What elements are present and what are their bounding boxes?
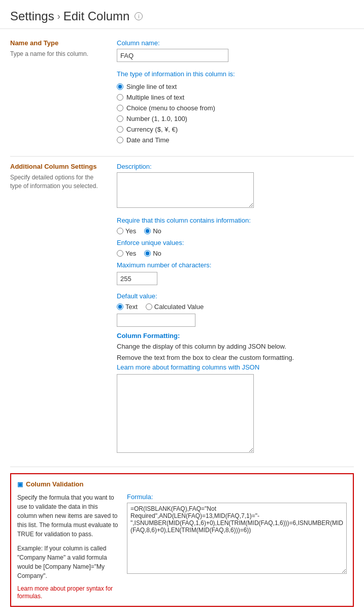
column-validation-box: ▣ Column Validation Specify the formula … xyxy=(10,473,354,607)
default-value-input[interactable] xyxy=(117,314,195,327)
validation-header: ▣ Column Validation xyxy=(17,480,347,488)
column-name-input[interactable] xyxy=(117,49,228,62)
type-single-line-radio[interactable] xyxy=(117,83,123,90)
info-icon[interactable]: i xyxy=(135,12,143,20)
formatting-link[interactable]: Learn more about formatting columns with… xyxy=(117,363,354,371)
default-value-type-group: Text Calculated Value xyxy=(117,303,354,311)
default-value-label: Default value: xyxy=(117,292,354,300)
formatting-textarea[interactable] xyxy=(117,374,254,453)
require-no-radio[interactable] xyxy=(144,228,151,234)
type-question: The type of information in this column i… xyxy=(117,70,354,78)
validation-expand-icon[interactable]: ▣ xyxy=(17,481,23,488)
max-chars-input[interactable] xyxy=(117,272,157,285)
validation-right: Formula: =OR(ISBLANK(FAQ),FAQ="Not Requi… xyxy=(127,493,347,600)
formula-textarea[interactable]: =OR(ISBLANK(FAQ),FAQ="Not Required",AND(… xyxy=(127,503,347,574)
type-datetime[interactable]: Date and Time xyxy=(117,136,354,144)
section-divider-2 xyxy=(10,467,354,467)
name-and-type-content: Column name: The type of information in … xyxy=(117,39,354,144)
enforce-group: Yes No xyxy=(117,250,354,257)
name-and-type-section: Name and Type Type a name for this colum… xyxy=(10,39,354,144)
validation-inner: Specify the formula that you want to use… xyxy=(17,493,347,600)
validation-link[interactable]: Learn more about proper syntax for formu… xyxy=(17,585,113,600)
column-type-group: Single line of text Multiple lines of te… xyxy=(117,83,354,144)
require-no[interactable]: No xyxy=(144,227,161,235)
column-formatting-label: Column Formatting: xyxy=(117,332,354,340)
additional-settings-desc: Specify detailed options for the type of… xyxy=(10,173,107,191)
additional-settings-label: Additional Column Settings xyxy=(10,163,107,170)
name-and-type-label: Name and Type xyxy=(10,39,107,47)
additional-settings-content: Description: Require that this column co… xyxy=(117,163,354,454)
formatting-desc1: Change the display of this column by add… xyxy=(117,342,354,352)
additional-settings-section: Additional Column Settings Specify detai… xyxy=(10,163,354,454)
type-choice-radio[interactable] xyxy=(117,105,123,111)
default-text-radio[interactable] xyxy=(117,303,123,310)
name-and-type-desc: Type a name for this column. xyxy=(10,50,107,58)
additional-settings-label-col: Additional Column Settings Specify detai… xyxy=(10,163,117,454)
default-text[interactable]: Text xyxy=(117,303,138,311)
validation-header-label: Column Validation xyxy=(26,480,83,488)
require-label: Require that this column contains inform… xyxy=(117,217,354,224)
edit-column-label: Edit Column xyxy=(63,9,130,23)
formatting-desc2: Remove the text from the box to clear th… xyxy=(117,353,354,363)
type-choice[interactable]: Choice (menu to choose from) xyxy=(117,104,354,112)
enforce-yes[interactable]: Yes xyxy=(117,250,136,257)
default-calc-radio[interactable] xyxy=(146,303,152,310)
enforce-label: Enforce unique values: xyxy=(117,239,354,247)
description-textarea[interactable] xyxy=(117,172,254,208)
type-currency[interactable]: Currency ($, ¥, €) xyxy=(117,126,354,133)
enforce-no-radio[interactable] xyxy=(144,250,151,257)
require-yes-radio[interactable] xyxy=(117,228,123,234)
enforce-no[interactable]: No xyxy=(144,250,161,257)
validation-desc: Specify the formula that you want to use… xyxy=(17,493,119,539)
type-currency-radio[interactable] xyxy=(117,126,123,133)
validation-example: Example: If your column is called "Compa… xyxy=(17,544,119,580)
formula-label: Formula: xyxy=(127,493,347,501)
type-multiple-lines-radio[interactable] xyxy=(117,94,123,101)
type-multiple-lines[interactable]: Multiple lines of text xyxy=(117,94,354,101)
breadcrumb-arrow: › xyxy=(57,11,60,22)
section-label-col: Name and Type Type a name for this colum… xyxy=(10,39,117,144)
description-label: Description: xyxy=(117,163,354,170)
section-divider-1 xyxy=(10,156,354,157)
column-name-label: Column name: xyxy=(117,39,354,47)
enforce-yes-radio[interactable] xyxy=(117,250,123,257)
page-title: Settings › Edit Column i xyxy=(10,9,354,23)
default-calculated[interactable]: Calculated Value xyxy=(146,303,204,311)
require-group: Yes No xyxy=(117,227,354,235)
type-single-line[interactable]: Single line of text xyxy=(117,83,354,90)
type-number[interactable]: Number (1, 1.0, 100) xyxy=(117,115,354,122)
require-yes[interactable]: Yes xyxy=(117,227,136,235)
max-chars-label: Maximum number of characters: xyxy=(117,261,354,269)
validation-left: Specify the formula that you want to use… xyxy=(17,493,119,600)
type-datetime-radio[interactable] xyxy=(117,137,123,143)
type-number-radio[interactable] xyxy=(117,115,123,122)
settings-label: Settings xyxy=(10,9,54,23)
